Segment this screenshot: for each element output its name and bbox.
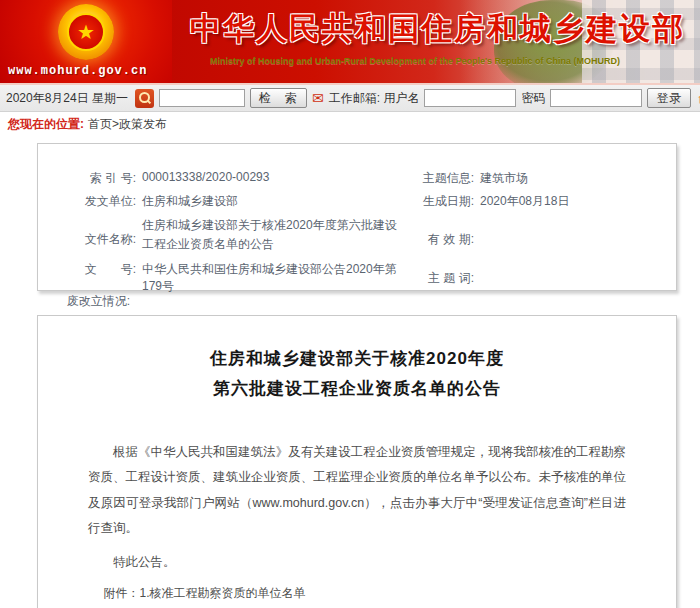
issuing-unit-label: 发文单位: [58, 193, 136, 216]
generate-date-value: 2020年08月18日 [480, 193, 658, 216]
file-name-value: 住房和城乡建设部关于核准2020年度第六批建设工程企业资质名单的公告 [142, 216, 400, 254]
repeal-status-value [136, 293, 410, 315]
subject-info-value: 建筑市场 [480, 170, 658, 187]
attachment-label: 附件： [104, 586, 140, 600]
file-name-label: 文件名称: [58, 231, 136, 248]
breadcrumb: 您现在的位置: 首页>政策发布 [0, 112, 700, 136]
document-info-box: 索 引 号: 000013338/2020-00293 主题信息: 建筑市场 发… [37, 143, 677, 291]
site-title-english: Ministry of Housing and Urban-Rural Deve… [145, 56, 685, 66]
announcement-paragraph: 根据《中华人民共和国建筑法》及有关建设工程企业资质管理规定，现将我部核准的工程勘… [88, 440, 626, 543]
table-row: 文件名称: 住房和城乡建设部关于核准2020年度第六批建设工程企业资质名单的公告… [58, 216, 658, 263]
table-row: 文 号: 中华人民共和国住房和城乡建设部公告2020年第179号 主 题 词: [58, 263, 658, 293]
national-emblem-icon: ★ [58, 4, 114, 60]
login-button[interactable]: 登录 [647, 88, 691, 108]
current-date: 2020年8月24日 星期一 [6, 90, 128, 107]
username-input[interactable] [424, 89, 516, 107]
search-button[interactable]: 检 索 [250, 88, 307, 108]
site-title: 中华人民共和国住房和城乡建设部 [190, 8, 670, 50]
emblem-panel: ★ www.mohurd.gov.cn [0, 0, 172, 83]
search-icon [135, 89, 154, 108]
subject-info-label: 主题信息: [410, 170, 474, 187]
attachment-line: 附件：1.核准工程勘察资质的单位名单 [104, 585, 626, 602]
search-input[interactable] [159, 89, 245, 107]
keywords-label: 主 题 词: [410, 270, 474, 287]
site-url: www.mohurd.gov.cn [8, 64, 147, 78]
breadcrumb-label: 您现在的位置: [8, 116, 84, 133]
doc-number-value: 中华人民共和国住房和城乡建设部公告2020年第179号 [142, 261, 410, 295]
index-number-value: 000013338/2020-00293 [142, 170, 410, 187]
password-input[interactable] [550, 89, 642, 107]
doc-number-label: 文 号: [58, 261, 136, 295]
password-label: 密码 [521, 90, 545, 107]
announcement-closing: 特此公告。 [88, 554, 626, 571]
issuing-unit-value: 住房和城乡建设部 [142, 193, 410, 216]
repeal-status-label: 废改立情况: [58, 293, 130, 315]
table-row: 索 引 号: 000013338/2020-00293 主题信息: 建筑市场 [58, 170, 658, 193]
generate-date-label: 生成日期: [410, 193, 474, 216]
validity-label: 有 效 期: [410, 231, 474, 248]
announcement-title: 住房和城乡建设部关于核准2020年度 第六批建设工程企业资质名单的公告 [88, 344, 626, 404]
table-row: 发文单位: 住房和城乡建设部 生成日期: 2020年08月18日 [58, 193, 658, 216]
index-number-label: 索 引 号: [58, 170, 136, 187]
breadcrumb-path[interactable]: 首页>政策发布 [88, 116, 167, 133]
keywords-value [480, 270, 658, 287]
mail-icon: ✉ [312, 91, 324, 105]
set-homepage-icon: ↑ [696, 91, 700, 106]
top-toolbar: 2020年8月24日 星期一 检 索 ✉ 工作邮箱: 用户名 密码 登录 ↑ 设… [0, 85, 700, 112]
document-info-table: 索 引 号: 000013338/2020-00293 主题信息: 建筑市场 发… [58, 170, 658, 315]
attachment-link-1[interactable]: 1.核准工程勘察资质的单位名单 [140, 586, 306, 600]
work-mail-username-label: 工作邮箱: 用户名 [329, 90, 420, 107]
announcement-title-line2: 第六批建设工程企业资质名单的公告 [88, 374, 626, 404]
site-header: ★ www.mohurd.gov.cn 中华人民共和国住房和城乡建设部 Mini… [0, 0, 700, 85]
table-row: 废改立情况: [58, 293, 658, 315]
announcement-title-line1: 住房和城乡建设部关于核准2020年度 [88, 344, 626, 374]
announcement-box: 住房和城乡建设部关于核准2020年度 第六批建设工程企业资质名单的公告 根据《中… [37, 315, 677, 608]
announcement-body: 根据《中华人民共和国建筑法》及有关建设工程企业资质管理规定，现将我部核准的工程勘… [88, 440, 626, 543]
emblem-star-icon: ★ [67, 13, 105, 51]
